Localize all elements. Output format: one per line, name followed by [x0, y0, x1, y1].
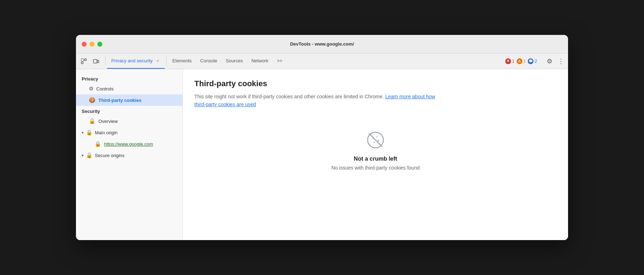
overview-label: Overview	[98, 119, 118, 124]
main-origin-label: Main origin	[95, 130, 118, 135]
overview-lock-icon: 🔒	[89, 118, 96, 124]
more-options-icon[interactable]: ⋮	[557, 56, 565, 66]
svg-rect-1	[85, 59, 86, 61]
controls-gear-icon: ⚙	[89, 85, 93, 92]
tab-divider-2	[166, 56, 167, 66]
tab-sources-label: Sources	[226, 58, 243, 63]
window-title: DevTools - www.google.com/	[290, 41, 354, 47]
sidebar: Privacy ⚙ Controls 🍪 Third-party cookies…	[76, 69, 183, 240]
warning-badge-icon: ⚠	[517, 58, 522, 64]
tab-more[interactable]: >>	[273, 53, 287, 69]
panel-title: Third-party cookies	[194, 79, 557, 88]
sidebar-item-controls[interactable]: ⚙ Controls	[76, 83, 183, 94]
minimize-traffic-light[interactable]	[90, 42, 94, 47]
tab-elements[interactable]: Elements	[168, 53, 196, 69]
title-bar: DevTools - www.google.com/	[76, 35, 568, 53]
svg-rect-2	[81, 62, 83, 64]
google-url-lock-icon: 🔒	[94, 141, 101, 147]
tabs-bar: Privacy and security × Elements Console …	[76, 53, 568, 69]
tab-privacy-security[interactable]: Privacy and security ×	[107, 53, 165, 69]
svg-line-6	[369, 134, 382, 146]
cookies-icon: 🍪	[89, 97, 96, 103]
sidebar-item-google-url[interactable]: 🔒 https://www.google.com	[76, 138, 183, 150]
secure-origins-arrow-icon: ▾	[82, 153, 84, 158]
svg-point-7	[373, 137, 374, 139]
warning-count: 1	[523, 59, 526, 64]
main-content: Privacy ⚙ Controls 🍪 Third-party cookies…	[76, 69, 568, 240]
tab-icon-group	[79, 53, 104, 69]
empty-state-subtitle: No issues with third-party cookies found	[331, 165, 419, 171]
tab-privacy-security-label: Privacy and security	[111, 58, 153, 63]
error-badge[interactable]: ✕ 1	[505, 58, 515, 64]
tab-console-label: Console	[200, 58, 218, 63]
tab-elements-label: Elements	[172, 58, 191, 63]
security-heading: Security	[76, 106, 183, 115]
controls-label: Controls	[96, 86, 113, 92]
main-origin-lock-icon: 🔒	[86, 129, 93, 136]
device-toolbar-icon[interactable]	[91, 56, 101, 66]
message-badge[interactable]: 💬 2	[528, 58, 537, 64]
error-badge-icon: ✕	[505, 58, 511, 64]
tabs-right-group: ✕ 1 ⚠ 1 💬 2 ⚙ ⋮	[505, 53, 565, 69]
devtools-window: DevTools - www.google.com/ Privacy and s…	[76, 35, 568, 240]
tab-more-icon: >>	[277, 58, 282, 63]
sidebar-item-overview[interactable]: 🔒 Overview	[76, 115, 183, 127]
tab-network-label: Network	[251, 58, 269, 63]
tab-sources[interactable]: Sources	[221, 53, 247, 69]
panel-description: This site might not work if third-party …	[194, 93, 444, 109]
third-party-cookies-label: Third-party cookies	[98, 98, 142, 103]
sidebar-item-secure-origins[interactable]: ▾ 🔒 Secure origins	[76, 150, 183, 161]
secure-origins-lock-icon: 🔒	[86, 152, 93, 159]
cursor-selector-icon[interactable]	[79, 56, 89, 66]
empty-state-title: Not a crumb left	[354, 156, 397, 162]
svg-rect-0	[81, 59, 84, 61]
maximize-traffic-light[interactable]	[97, 42, 102, 47]
tab-close-icon[interactable]: ×	[155, 58, 160, 64]
sidebar-item-main-origin[interactable]: ▾ 🔒 Main origin	[76, 127, 183, 138]
sidebar-item-third-party-cookies[interactable]: 🍪 Third-party cookies	[76, 94, 183, 106]
empty-state: Not a crumb left No issues with third-pa…	[194, 109, 557, 185]
right-panel: Third-party cookies This site might not …	[183, 69, 568, 240]
warning-badge[interactable]: ⚠ 1	[517, 58, 526, 64]
privacy-heading: Privacy	[76, 73, 183, 83]
svg-rect-3	[93, 59, 97, 63]
svg-point-9	[378, 140, 379, 141]
google-url-text: https://www.google.com	[104, 141, 153, 147]
message-count: 2	[535, 59, 537, 64]
no-cookie-icon	[366, 130, 385, 150]
error-count: 1	[512, 59, 515, 64]
svg-point-10	[374, 141, 375, 142]
panel-desc-text: This site might not work if third-party …	[194, 94, 384, 99]
main-origin-arrow-icon: ▾	[82, 130, 84, 135]
tab-network[interactable]: Network	[247, 53, 273, 69]
svg-point-8	[377, 136, 378, 137]
close-traffic-light[interactable]	[82, 42, 87, 47]
svg-rect-4	[97, 60, 99, 63]
traffic-lights	[82, 42, 102, 47]
tab-divider-1	[105, 56, 106, 66]
secure-origins-label: Secure origins	[95, 153, 124, 158]
tab-console[interactable]: Console	[196, 53, 222, 69]
settings-gear-icon[interactable]: ⚙	[545, 56, 554, 66]
message-badge-icon: 💬	[528, 58, 533, 64]
